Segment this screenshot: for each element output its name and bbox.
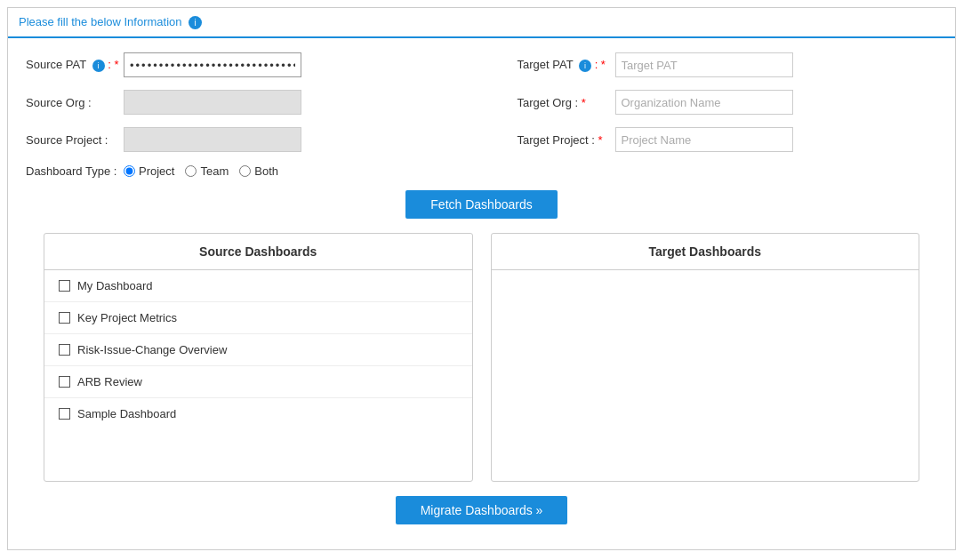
source-pat-label: Source PAT i : * bbox=[26, 58, 124, 72]
target-pat-input[interactable] bbox=[615, 52, 793, 77]
dashboard-type-row: Dashboard Type : Project Team Both bbox=[26, 164, 937, 178]
dashboard-item-label: Sample Dashboard bbox=[77, 407, 176, 420]
target-pat-col: Target PAT i : * bbox=[446, 52, 938, 77]
radio-both[interactable]: Both bbox=[239, 164, 278, 178]
fetch-dashboards-button[interactable]: Fetch Dashboards bbox=[405, 190, 557, 219]
header-info-icon[interactable]: i bbox=[189, 16, 202, 29]
radio-both-label: Both bbox=[254, 164, 278, 178]
page-container: Please fill the below Information i Sour… bbox=[7, 7, 956, 550]
target-dashboards-title: Target Dashboards bbox=[492, 234, 919, 270]
radio-team-label: Team bbox=[200, 164, 229, 178]
source-org-col: Source Org : bbox=[26, 90, 446, 115]
source-project-select[interactable] bbox=[124, 127, 301, 152]
target-project-col: Target Project : * bbox=[446, 127, 938, 152]
target-project-input[interactable] bbox=[615, 127, 793, 152]
target-project-label: Target Project : * bbox=[518, 133, 615, 147]
radio-team-input[interactable] bbox=[185, 165, 197, 177]
target-org-col: Target Org : * bbox=[446, 90, 938, 115]
checkbox-icon[interactable] bbox=[59, 280, 70, 292]
dashboard-item-label: Risk-Issue-Change Overview bbox=[77, 343, 227, 356]
target-dashboards-box: Target Dashboards bbox=[491, 233, 920, 482]
target-pat-label: Target PAT i : * bbox=[518, 58, 615, 72]
radio-team[interactable]: Team bbox=[185, 164, 229, 178]
source-pat-col: Source PAT i : * bbox=[26, 52, 446, 77]
radio-project-label: Project bbox=[139, 164, 174, 178]
source-pat-info-icon[interactable]: i bbox=[92, 60, 105, 72]
source-dashboards-title: Source Dashboards bbox=[44, 234, 472, 270]
source-dashboards-box: Source Dashboards My Dashboard Key Proje… bbox=[44, 233, 473, 482]
fetch-btn-row: Fetch Dashboards bbox=[26, 190, 937, 219]
header-text: Please fill the below Information bbox=[19, 15, 182, 28]
radio-project[interactable]: Project bbox=[124, 164, 174, 178]
pat-row: Source PAT i : * Target PAT i : * bbox=[26, 52, 937, 77]
list-item: Risk-Issue-Change Overview bbox=[44, 334, 472, 366]
radio-group: Project Team Both bbox=[124, 164, 278, 178]
source-org-label: Source Org : bbox=[26, 96, 124, 109]
target-org-required: * bbox=[582, 96, 586, 109]
header-bar: Please fill the below Information i bbox=[8, 8, 955, 38]
migrate-dashboards-button[interactable]: Migrate Dashboards » bbox=[396, 496, 568, 524]
target-pat-required: : * bbox=[595, 58, 606, 71]
checkbox-icon[interactable] bbox=[59, 376, 70, 388]
source-dashboards-list: My Dashboard Key Project Metrics Risk-Is… bbox=[44, 270, 472, 429]
checkbox-icon[interactable] bbox=[59, 344, 70, 356]
target-project-required: * bbox=[598, 133, 603, 147]
list-item: ARB Review bbox=[44, 366, 472, 398]
checkbox-icon[interactable] bbox=[59, 312, 70, 324]
list-item: Sample Dashboard bbox=[44, 398, 472, 429]
radio-both-input[interactable] bbox=[239, 165, 251, 177]
dashboard-item-label: ARB Review bbox=[77, 375, 142, 388]
source-project-label: Source Project : bbox=[26, 133, 124, 147]
source-org-select[interactable] bbox=[124, 90, 301, 115]
dashboard-type-col: Dashboard Type : Project Team Both bbox=[26, 164, 937, 178]
target-org-input[interactable] bbox=[615, 90, 793, 115]
source-pat-input[interactable] bbox=[124, 52, 301, 77]
target-org-label: Target Org : * bbox=[518, 96, 615, 109]
migrate-btn-row: Migrate Dashboards » bbox=[26, 496, 937, 524]
org-row: Source Org : Target Org : * bbox=[26, 90, 937, 115]
dashboards-section: Source Dashboards My Dashboard Key Proje… bbox=[26, 233, 937, 482]
source-project-col: Source Project : bbox=[26, 127, 446, 152]
radio-project-input[interactable] bbox=[124, 165, 135, 177]
checkbox-icon[interactable] bbox=[59, 408, 70, 420]
dashboard-item-label: My Dashboard bbox=[77, 279, 153, 292]
dashboard-item-label: Key Project Metrics bbox=[77, 311, 177, 324]
form-section: Source PAT i : * Target PAT i : * Source… bbox=[8, 38, 955, 549]
target-pat-info-icon[interactable]: i bbox=[579, 60, 591, 72]
dashboard-type-label: Dashboard Type : bbox=[26, 164, 124, 178]
source-pat-required: : * bbox=[108, 58, 118, 71]
list-item: My Dashboard bbox=[44, 270, 472, 302]
project-row: Source Project : Target Project : * bbox=[26, 127, 937, 152]
list-item: Key Project Metrics bbox=[44, 302, 472, 334]
